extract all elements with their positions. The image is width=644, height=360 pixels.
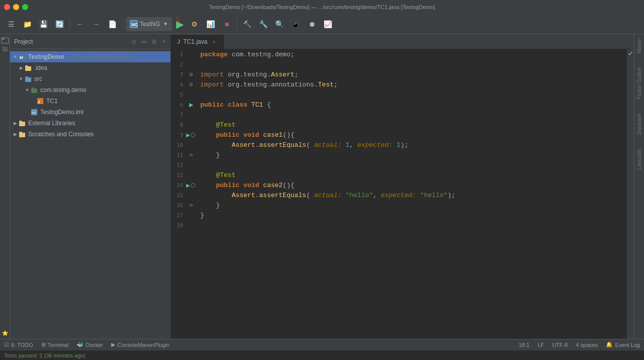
right-panel-maven[interactable]: Maven [635,36,643,55]
toolbar-back-button[interactable]: ← [73,17,87,31]
project-icon[interactable] [1,36,9,44]
line-num-row-16: 16 ⊖ [171,200,196,210]
iml-file-icon: iml [30,108,38,116]
panel-settings-btn[interactable]: ⚙ [150,37,158,46]
run-config-icon: NG [130,20,138,28]
left-tool-strip: ⭐ [0,34,10,339]
line-num-row-11: 11 ⊖ [171,150,196,160]
eventlog-label: Event Log [615,342,640,348]
tab-java-icon: J [177,39,180,45]
tree-item-extlibs[interactable]: ▶ External Libraries [10,118,171,129]
code-content[interactable]: package com.testng.demo; import org.test… [196,49,627,339]
tree-item-testngdemo[interactable]: ▼ M TestngDemo ~/Downloads/TestngDemo [10,51,171,62]
line-num-row-4: 4 ⊙ [171,79,196,89]
right-panels: Maven Flutter Outline Database Leetcode [634,34,644,339]
toolbar-device-button[interactable]: 📱 [289,17,303,31]
toolbar-save-button[interactable]: 💾 [36,17,50,31]
toolbar-open-button[interactable]: 📁 [20,17,34,31]
right-panel-database[interactable]: Database [635,111,643,137]
tree-label-tc1: TC1 [46,98,58,105]
svg-rect-3 [2,38,5,40]
code-line-3: import org.testng.Assert; [200,69,623,79]
line-num-row-12: 12 [171,160,196,170]
status-right-group: 18:1 LF UTF-8 4 spaces 🔔 Event Log [519,341,640,348]
window-title: TestngDemo [~/Downloads/TestngDemo] — ..… [209,4,435,10]
terminal-icon: ⊞ [41,341,46,348]
tree-arrow-package: ▼ [24,87,30,93]
tree-item-tc1[interactable]: J TC1 [10,96,171,107]
svg-text:J: J [38,100,40,104]
tree-arrow-idea: ▶ [18,65,24,71]
line-num-row-7: 7 [171,110,196,120]
toolbar-file-button[interactable]: 📄 [105,17,119,31]
toolbar-gradle-button[interactable]: 🔨 [240,17,255,31]
code-line-4: import org.testng.annotations.Test; [200,79,623,89]
status-indent[interactable]: 4 spaces [576,341,598,348]
tree-label-src: src [34,75,42,82]
line-num-1: 1 [171,51,186,58]
code-line-1: package com.testng.demo; [200,49,623,59]
tree-item-package[interactable]: ▼ com.testng.demo [10,84,171,96]
minimize-button[interactable] [13,4,19,10]
status-terminal[interactable]: ⊞ Terminal [41,341,69,348]
panel-close-btn[interactable]: × [161,37,167,46]
window-controls [4,4,28,10]
tree-item-src[interactable]: ▼ src [10,73,171,84]
code-line-15: Assert.assertEquals( actual: "hello", ex… [200,190,623,200]
close-button[interactable] [4,4,10,10]
status-position[interactable]: 18:1 [519,341,529,348]
toolbar-coverage-button[interactable]: 📊 [204,17,218,31]
status-docker[interactable]: 🐳 Docker [76,341,103,348]
maximize-button[interactable] [22,4,28,10]
right-panel-flutter[interactable]: Flutter Outline [635,65,643,101]
todo-label: 6: TODO [11,342,33,348]
editor-scrollbar[interactable]: ✓ [627,49,634,339]
favorites-icon[interactable]: ⭐ [1,329,9,337]
editor-tab-tc1[interactable]: J TC1.java × [171,35,224,49]
toolbar-sync-button[interactable]: 🔄 [52,17,66,31]
status-linesep[interactable]: LF [537,341,544,348]
status-todo[interactable]: ☑ 6: TODO [4,341,33,348]
code-line-8: @Test [200,120,623,130]
toolbar-record-button[interactable]: ⏺ [305,17,319,31]
scratches-icon [18,130,26,138]
toolbar-forward-button[interactable]: → [89,17,103,31]
code-line-12 [200,160,623,170]
svg-text:M: M [20,55,23,60]
tree-arrow-scratches: ▶ [12,131,18,137]
toolbar-profile-button[interactable]: 📈 [321,17,335,31]
right-panel-leetcode[interactable]: Leetcode [635,147,643,171]
tree-label-package: com.testng.demo [40,86,87,94]
tree-label-testngdemo: TestngDemo ~/Downloads/TestngDemo [28,53,134,60]
module-icon: M [18,53,26,61]
tab-close-tc1[interactable]: × [210,38,217,45]
run-button[interactable]: ▶ [174,18,186,30]
tree-item-idea[interactable]: ▶ .idea [10,62,171,73]
code-line-17: } [200,210,623,220]
line-num-row-2: 2 [171,59,196,69]
toolbar-tool1-button[interactable]: 🔧 [257,17,271,31]
editor-area: J TC1.java × 1 2 3 ⊙ [171,34,634,339]
structure-icon[interactable] [1,45,9,53]
tree-item-iml[interactable]: iml TestngDemo.iml [10,107,171,118]
toolbar-menu-button[interactable]: ☰ [4,17,18,31]
project-tree: ▼ M TestngDemo ~/Downloads/TestngDemo ▶ [10,49,171,339]
tree-arrow-extlibs: ▶ [12,120,18,126]
toolbar-search-button[interactable]: 🔍 [273,17,287,31]
status-console[interactable]: ▶ ConsoleMavenPlugin [111,341,170,348]
code-editor[interactable]: 1 2 3 ⊙ 4 ⊙ 5 [171,49,634,339]
toolbar-stop-button[interactable]: ■ [220,17,234,31]
line-num-row-18: 18 [171,220,196,230]
panel-expand-btn[interactable]: ⇔ [140,37,147,46]
toolbar-sep-2 [122,19,123,29]
line-num-row-9: 9 ▶ [171,130,196,140]
package-icon [30,86,38,94]
tree-item-scratches[interactable]: ▶ Scratches and Consoles [10,129,171,140]
panel-locate-btn[interactable]: ⊙ [130,37,137,46]
run-config-selector[interactable]: NG TestNG ▼ [126,17,172,31]
status-encoding[interactable]: UTF-8 [552,341,568,348]
indent-label: 4 spaces [576,342,598,348]
status-event-log[interactable]: 🔔 Event Log [606,341,640,348]
toolbar-debug-button[interactable]: ⚙ [188,17,202,31]
status-bar: ☑ 6: TODO ⊞ Terminal 🐳 Docker ▶ ConsoleM… [0,339,644,350]
